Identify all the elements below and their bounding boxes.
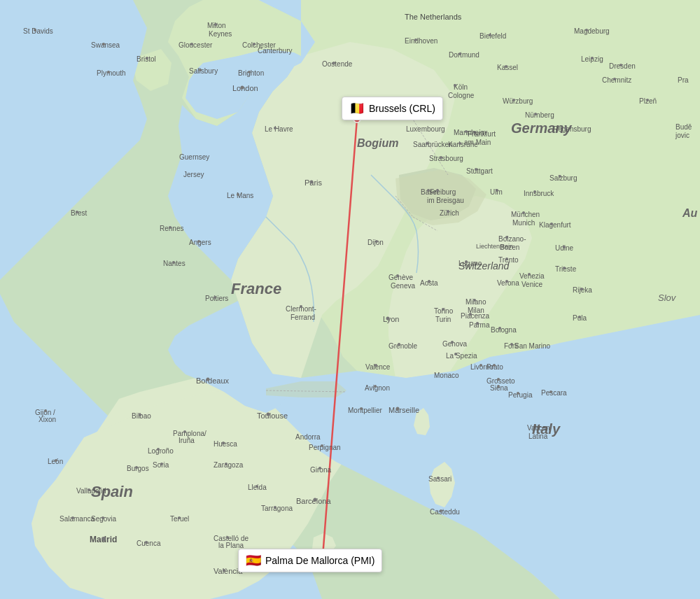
london-label: London xyxy=(232,84,258,92)
munich-dot xyxy=(522,211,525,214)
lugano-dot xyxy=(465,260,468,263)
magdeburg-dot xyxy=(585,29,588,31)
toulouse-dot xyxy=(267,413,270,416)
guernsey-label: Guernsey xyxy=(179,153,209,161)
dortmund-label: Dortmund xyxy=(449,51,479,59)
brest-label: Brest xyxy=(71,209,88,217)
parma-label: Parma xyxy=(469,321,490,329)
le-havre-label: Le Havre xyxy=(265,125,293,133)
piacenza-label: Piacenza xyxy=(461,312,490,320)
paris-label: Paris xyxy=(304,178,323,187)
valladolid-dot xyxy=(88,488,90,491)
angers-label: Angers xyxy=(189,239,211,246)
sassari-label: Sassari xyxy=(428,475,451,483)
saarbrucken-label: Saarbrücken xyxy=(413,141,453,148)
genova-dot xyxy=(451,341,454,344)
barcelona-dot xyxy=(314,498,317,502)
eindhoven-label: Eindhoven xyxy=(405,37,438,45)
pamplona-dot xyxy=(183,430,186,433)
svg-text:Iruña: Iruña xyxy=(178,437,195,444)
grenoble-label: Grenoble xyxy=(388,342,418,350)
palma-flag: 🇪🇸 xyxy=(246,553,261,568)
monaco-label: Monaco xyxy=(434,372,459,379)
rennes-dot xyxy=(169,226,172,229)
luxembourg-label: Luxembourg xyxy=(406,125,445,133)
brighton-label: Brighton xyxy=(238,69,264,77)
koln-dot xyxy=(454,84,456,87)
eindhoven-dot xyxy=(414,38,417,41)
zurich-dot xyxy=(447,210,449,213)
perugia-dot xyxy=(517,392,519,395)
oostende-dot xyxy=(332,62,335,64)
segovia-dot xyxy=(102,516,104,519)
svg-text:jovic: jovic xyxy=(675,132,690,139)
leipzig-dot xyxy=(591,57,594,59)
plzen-dot xyxy=(646,99,649,101)
saarbrucken-dot xyxy=(426,142,428,145)
perpignan-label: Perpignan xyxy=(309,444,341,451)
milton-keynes-label: Milton xyxy=(207,22,226,29)
klagenfurt-label: Klagenfurt xyxy=(539,221,571,229)
milan-label: Milano xyxy=(465,298,486,306)
burgos-label: Burgos xyxy=(127,465,149,472)
valladolid-label: Valladolid xyxy=(76,487,106,495)
palma-airport-label: 🇪🇸 Palma De Mallorca (PMI) xyxy=(238,549,382,572)
casteddu-label: Casteddu xyxy=(430,508,460,516)
torino-dot xyxy=(442,308,444,311)
chemnitz-label: Chemnitz xyxy=(602,76,631,84)
france-label: France xyxy=(231,280,281,297)
le-mans-dot xyxy=(237,193,239,196)
venice-dot xyxy=(528,273,531,276)
prato-dot xyxy=(493,364,496,367)
trieste-dot xyxy=(563,267,566,269)
gloucester-dot xyxy=(190,43,193,45)
angers-dot xyxy=(197,240,200,243)
innsbruck-dot xyxy=(533,190,536,193)
lyon-dot xyxy=(386,317,390,320)
geneve-dot xyxy=(396,274,399,277)
salamanca-dot xyxy=(71,516,74,519)
la-spezia-dot xyxy=(454,353,457,355)
dortmund-dot xyxy=(458,52,461,55)
geneve-label: Genève xyxy=(388,274,413,281)
avignon-dot xyxy=(374,385,377,388)
plymouth-dot xyxy=(107,71,110,73)
salamanca-label: Salamanca xyxy=(59,515,94,523)
perpignan-dot xyxy=(321,444,323,447)
bristol-dot xyxy=(146,57,148,59)
siena-dot xyxy=(497,385,500,388)
logrono-label: Logroño xyxy=(148,447,174,455)
madrid-dot xyxy=(102,537,106,541)
valence-label: Valence xyxy=(365,363,391,371)
soria-dot xyxy=(160,463,163,465)
swansea-label: Swansea xyxy=(91,41,120,49)
ulm-dot xyxy=(496,189,498,192)
pescara-dot xyxy=(550,390,552,393)
nuremberg-dot xyxy=(534,113,537,115)
le-mans-label: Le Mans xyxy=(227,192,253,199)
london-dot xyxy=(241,86,244,90)
svg-text:Munich: Munich xyxy=(512,219,535,227)
wurzburg-dot xyxy=(512,99,515,101)
leon-dot xyxy=(55,459,57,462)
map-svg: The Netherlands Canterbury Bogium France… xyxy=(0,0,700,599)
svg-text:Latina: Latina xyxy=(528,432,548,440)
freiburg-label: Freiburg xyxy=(430,188,456,196)
livorno-dot xyxy=(479,364,482,367)
verona-dot xyxy=(505,280,508,283)
castellon-dot xyxy=(226,536,229,539)
bolzano-dot xyxy=(505,236,508,239)
netherlands-label: The Netherlands xyxy=(405,13,462,21)
palma-airport-name: Palma De Mallorca (PMI) xyxy=(265,555,374,566)
trento-label: Trento xyxy=(498,256,519,264)
lleida-dot xyxy=(255,485,258,488)
st-davids-label: St Davids xyxy=(23,27,53,35)
aosta-dot xyxy=(428,280,430,283)
klagenfurt-dot xyxy=(550,223,553,225)
casteddu-dot xyxy=(440,509,442,512)
lyon-label: Lyon xyxy=(383,315,399,323)
dijon-label: Dijon xyxy=(368,239,384,246)
grosseto-dot xyxy=(497,378,500,381)
dresden-label: Dresden xyxy=(609,62,636,70)
zaragoza-label: Zaragoza xyxy=(214,461,244,469)
